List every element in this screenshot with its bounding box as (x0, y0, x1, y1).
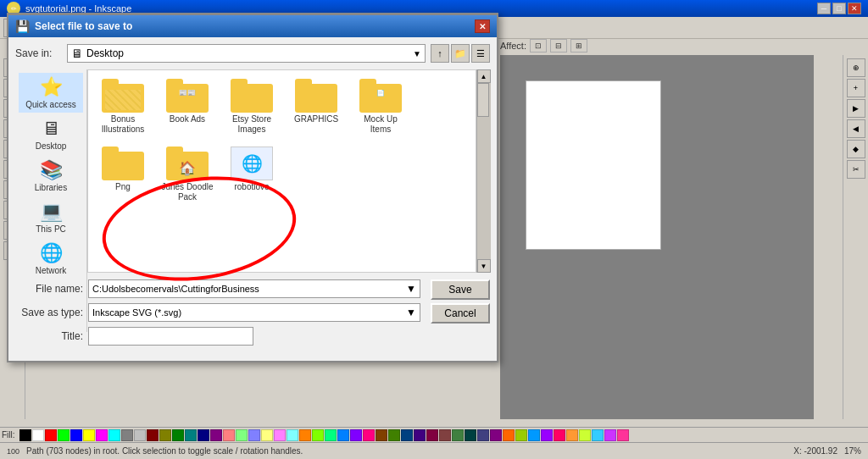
color-swatch[interactable] (350, 429, 362, 441)
file-save-dialog[interactable]: 💾 Select file to save to ✕ Save in: 🖥 De… (7, 13, 498, 362)
panel-item-network[interactable]: 🌐 Network (19, 239, 83, 279)
file-item-book-ads[interactable]: 📰📰 Book Ads (158, 75, 217, 138)
save-button[interactable]: Save (431, 279, 490, 300)
file-item-etsy-store[interactable]: Etsy Store Images (222, 75, 281, 138)
color-swatch[interactable] (439, 429, 451, 441)
color-swatch[interactable] (287, 429, 298, 441)
file-item-bonus-illustrations[interactable]: Bonus Illustrations (93, 75, 153, 138)
color-swatch[interactable] (376, 429, 387, 441)
file-label-etsy-store: Etsy Store Images (225, 114, 278, 135)
snap-btn-1[interactable]: ⊕ (847, 58, 865, 77)
color-swatch[interactable] (477, 429, 489, 441)
color-swatch[interactable] (452, 429, 464, 441)
color-swatch[interactable] (248, 429, 260, 441)
color-swatch[interactable] (261, 429, 273, 441)
save-in-dropdown[interactable]: 🖥 Desktop ▼ (67, 44, 426, 63)
color-swatch[interactable] (96, 429, 108, 441)
color-swatch[interactable] (604, 429, 616, 441)
dialog-close-button[interactable]: ✕ (475, 19, 490, 33)
color-swatch[interactable] (579, 429, 591, 441)
minimize-button[interactable]: ─ (817, 3, 831, 14)
color-swatch[interactable] (566, 429, 578, 441)
affect-icon-2[interactable]: ⊟ (550, 39, 567, 53)
color-swatch[interactable] (515, 429, 527, 441)
save-as-type-select[interactable]: Inkscape SVG (*.svg) ▼ (88, 303, 420, 322)
color-swatch[interactable] (45, 429, 57, 441)
color-swatch[interactable] (592, 429, 604, 441)
color-swatch[interactable] (617, 429, 629, 441)
color-swatch[interactable] (159, 429, 171, 441)
title-label: Title: (15, 330, 83, 342)
panel-item-this-pc[interactable]: 💻 This PC (19, 197, 83, 237)
color-swatch[interactable] (528, 429, 540, 441)
color-swatch[interactable] (198, 429, 209, 441)
color-swatch[interactable] (554, 429, 565, 441)
color-swatch[interactable] (325, 429, 337, 441)
color-swatch[interactable] (32, 429, 44, 441)
color-swatch[interactable] (388, 429, 400, 441)
color-swatch[interactable] (337, 429, 349, 441)
color-swatch[interactable] (490, 429, 502, 441)
snap-btn-5[interactable]: ◆ (847, 140, 865, 158)
color-swatch[interactable] (108, 429, 120, 441)
scroll-thumb[interactable] (477, 83, 489, 117)
color-swatch[interactable] (312, 429, 324, 441)
file-grid-scrollbar[interactable]: ▲ ▼ (476, 69, 490, 273)
affect-icon-3[interactable]: ⊞ (570, 39, 587, 53)
file-item-mock-up-items[interactable]: 📄 Mock Up Items (351, 75, 410, 138)
right-sidebar: ⊕ + ▶ ◀ ◆ ✂ (843, 55, 868, 419)
color-swatch[interactable] (172, 429, 184, 441)
color-swatch[interactable] (414, 429, 426, 441)
dialog-buttons: Save Cancel (431, 279, 490, 324)
snap-btn-3[interactable]: ▶ (847, 99, 865, 118)
file-name-dropdown-icon: ▼ (406, 283, 416, 295)
close-button[interactable]: ✕ (848, 3, 861, 14)
snap-btn-4[interactable]: ◀ (847, 119, 865, 138)
panel-item-libraries[interactable]: 📚 Libraries (19, 156, 83, 196)
file-item-robotlove[interactable]: 🌐 robotlove (222, 143, 281, 206)
color-swatch[interactable] (426, 429, 438, 441)
title-input[interactable] (88, 327, 253, 346)
snap-btn-6[interactable]: ✂ (847, 160, 865, 179)
color-swatch[interactable] (58, 429, 70, 441)
color-swatch[interactable] (223, 429, 235, 441)
panel-item-desktop[interactable]: 🖥 Desktop (19, 114, 83, 154)
new-folder-icon[interactable]: 📁 (451, 44, 470, 63)
color-swatch[interactable] (147, 429, 159, 441)
color-swatch[interactable] (70, 429, 82, 441)
cancel-button[interactable]: Cancel (431, 303, 490, 324)
maximize-button[interactable]: □ (832, 3, 846, 14)
snap-btn-2[interactable]: + (847, 79, 865, 97)
color-swatch[interactable] (465, 429, 476, 441)
view-options-icon[interactable]: ☰ (471, 44, 490, 63)
color-swatch[interactable] (503, 429, 515, 441)
color-swatch[interactable] (210, 429, 222, 441)
nav-up-icon[interactable]: ↑ (431, 44, 449, 63)
scroll-down-button[interactable]: ▼ (477, 259, 491, 273)
file-item-graphics[interactable]: GRAPHICS (287, 75, 346, 138)
save-as-type-label: Save as type: (15, 307, 83, 318)
color-swatch[interactable] (363, 429, 375, 441)
scroll-track[interactable] (477, 83, 491, 259)
color-swatch[interactable] (134, 429, 146, 441)
status-bar: 100 Path (703 nodes) in root. Click sele… (0, 442, 868, 459)
color-swatch[interactable] (274, 429, 286, 441)
file-item-junes-doodle[interactable]: 🏠 Junes Doodle Pack (158, 143, 217, 206)
dialog-title-bar: 💾 Select file to save to ✕ (8, 15, 497, 37)
scroll-up-button[interactable]: ▲ (477, 69, 491, 83)
affect-icon-1[interactable]: ⊡ (530, 39, 547, 53)
color-swatch[interactable] (401, 429, 413, 441)
color-swatch[interactable] (121, 429, 133, 441)
color-swatch[interactable] (185, 429, 197, 441)
file-item-png[interactable]: Png (93, 143, 153, 206)
save-in-label: Save in: (15, 47, 62, 59)
panel-item-quick-access[interactable]: ⭐ Quick access (19, 73, 83, 113)
color-swatch[interactable] (236, 429, 248, 441)
color-swatch[interactable] (299, 429, 311, 441)
color-swatch[interactable] (19, 429, 31, 441)
color-swatch[interactable] (541, 429, 553, 441)
file-name-input[interactable]: C:Udolsbecomervals\CuttingforBusiness ▼ (88, 279, 420, 298)
window-controls: ─ □ ✕ (817, 3, 861, 14)
zoom-field[interactable]: 100 (7, 447, 19, 456)
color-swatch[interactable] (83, 429, 95, 441)
